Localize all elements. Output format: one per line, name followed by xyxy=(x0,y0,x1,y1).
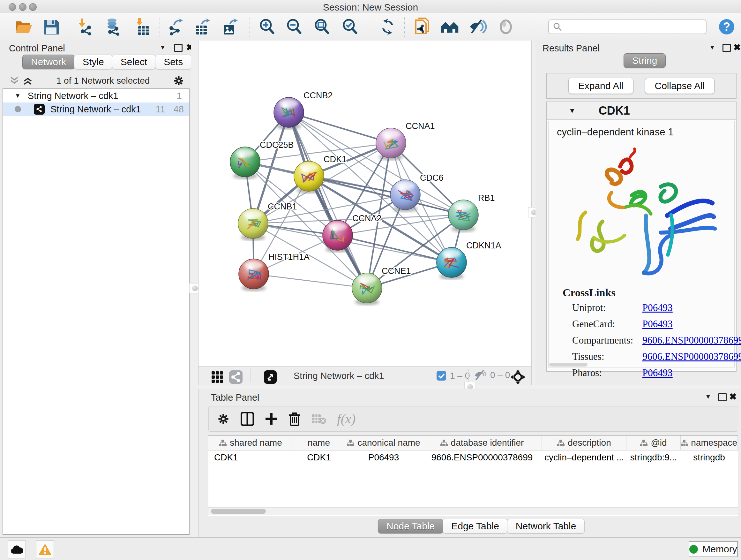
network-view-title: String Network – cdk1 xyxy=(293,371,384,381)
expand-collapse-bar: Expand All Collapse All xyxy=(546,73,737,99)
warnings-button[interactable] xyxy=(36,541,54,558)
collection-count: 1 xyxy=(177,91,182,101)
control-panel-menu-icon[interactable]: ▼ xyxy=(159,44,166,51)
network-graph[interactable]: CCNB2CCNA1CDC25BCDK1CDC6RB1CCNB1CCNA2CDK… xyxy=(199,41,531,366)
tab-sets[interactable]: Sets xyxy=(155,55,192,69)
column-header[interactable]: name xyxy=(293,435,345,450)
network-collection-row[interactable]: ▼ String Network – cdk1 1 xyxy=(3,89,189,103)
add-column-icon[interactable] xyxy=(265,413,278,425)
crosslink-uniprot[interactable]: P06493 xyxy=(643,302,741,314)
table-panel-float-icon[interactable] xyxy=(718,393,727,401)
table-cell[interactable]: stringdb xyxy=(681,450,738,464)
horizontal-splitter[interactable] xyxy=(198,385,741,388)
network-edge[interactable] xyxy=(254,274,367,288)
grid-mode-icon[interactable] xyxy=(208,368,226,386)
network-row-selected[interactable]: String Network – cdk1 11 48 xyxy=(3,103,189,116)
network-view-share-icon[interactable] xyxy=(226,368,245,386)
zoom-out-button[interactable] xyxy=(285,17,304,36)
results-panel-float-icon[interactable] xyxy=(723,44,731,52)
memory-button[interactable]: Memory xyxy=(689,541,738,557)
table-cell[interactable]: 9606.ENSP00000378699 xyxy=(422,450,542,464)
table-options-gear-icon[interactable] xyxy=(217,413,230,425)
crosslink-tissues[interactable]: 9606.ENSP00000378699 xyxy=(643,351,741,362)
results-scrollbar[interactable] xyxy=(549,363,588,367)
crosslink-genecard[interactable]: P06493 xyxy=(643,318,741,330)
save-session-button[interactable] xyxy=(42,17,61,36)
table-cell[interactable]: P06493 xyxy=(345,450,422,464)
collapse-all-icon[interactable] xyxy=(9,76,20,85)
results-panel-menu-icon[interactable]: ▼ xyxy=(709,44,716,51)
results-panel-close-icon[interactable]: ✖ xyxy=(733,43,741,52)
table-cell[interactable]: stringdb:9... xyxy=(626,450,681,464)
hidden-eye-icon[interactable] xyxy=(474,370,486,381)
collection-expand-icon[interactable]: ▼ xyxy=(15,92,21,99)
table-row[interactable]: CDK1CDK1P064939606.ENSP00000378699cyclin… xyxy=(208,450,738,464)
import-network-from-file-button[interactable] xyxy=(76,17,94,36)
tab-network-table[interactable]: Network Table xyxy=(507,519,585,534)
import-network-from-database-button[interactable] xyxy=(104,17,122,36)
zoom-in-button[interactable] xyxy=(258,17,276,36)
table-cell[interactable]: CDK1 xyxy=(208,450,293,464)
export-table-button[interactable] xyxy=(193,17,212,36)
export-network-button[interactable] xyxy=(166,17,185,36)
cloud-icon xyxy=(10,545,23,554)
table-hscrollbar-thumb[interactable] xyxy=(211,509,266,514)
column-header[interactable]: @id xyxy=(626,435,681,450)
expand-all-button[interactable]: Expand All xyxy=(568,78,633,94)
zoom-selected-button[interactable] xyxy=(341,17,359,36)
tab-network[interactable]: Network xyxy=(22,55,75,69)
open-session-button[interactable] xyxy=(15,17,33,36)
gene-collapse-icon[interactable]: ▼ xyxy=(569,107,576,115)
table-cell[interactable]: cyclin–dependent ... xyxy=(542,450,626,464)
node-table[interactable]: shared namenamecanonical namedatabase id… xyxy=(208,435,738,516)
control-panel: Control Panel ▼ ✖ Network Style Select S… xyxy=(0,41,191,537)
birdseye-navigator-icon[interactable] xyxy=(509,368,527,386)
selected-count-group: 1 – 0 xyxy=(436,371,470,381)
crosslink-pharos[interactable]: P06493 xyxy=(643,367,741,379)
expand-all-icon[interactable] xyxy=(22,76,33,85)
network-options-gear-icon[interactable] xyxy=(173,75,185,86)
network-edge-count: 48 xyxy=(174,104,184,115)
table-panel-menu-icon[interactable]: ▼ xyxy=(705,393,711,400)
tab-node-table[interactable]: Node Table xyxy=(378,519,443,534)
table-cell[interactable]: CDK1 xyxy=(293,450,345,464)
search-input[interactable] xyxy=(548,19,706,34)
gene-name: CDK1 xyxy=(599,104,630,118)
column-header[interactable]: shared name xyxy=(208,435,293,450)
help-button[interactable]: ? xyxy=(718,17,736,36)
hide-glass-effect-button[interactable] xyxy=(468,17,487,36)
zoom-fit-button[interactable] xyxy=(313,17,331,36)
network-document-button[interactable] xyxy=(413,17,431,36)
show-columns-icon[interactable] xyxy=(241,412,254,426)
network-edge[interactable] xyxy=(338,235,452,262)
control-panel-float-icon[interactable] xyxy=(174,44,183,52)
detach-view-icon[interactable] xyxy=(261,368,280,386)
import-table-from-file-button[interactable] xyxy=(133,17,152,36)
show-graphics-details-button[interactable] xyxy=(496,17,515,36)
table-hscrollbar[interactable] xyxy=(208,507,738,515)
tab-style[interactable]: Style xyxy=(74,55,113,69)
apply-layout-button[interactable] xyxy=(379,17,397,36)
crosslink-compartments[interactable]: 9606.ENSP00000378699 xyxy=(643,334,741,346)
column-header[interactable]: namespace xyxy=(681,435,738,450)
toolbar-separator xyxy=(250,17,250,37)
tab-edge-table[interactable]: Edge Table xyxy=(443,519,508,534)
tab-select[interactable]: Select xyxy=(112,55,156,69)
control-panel-title: Control Panel xyxy=(9,43,65,54)
delete-column-icon[interactable] xyxy=(288,412,300,426)
table-panel-close-icon[interactable]: ✖ xyxy=(729,392,737,401)
left-splitter[interactable] xyxy=(191,41,199,537)
gene-section-header[interactable]: ▼ CDK1 xyxy=(547,102,736,120)
collapse-all-button[interactable]: Collapse All xyxy=(645,78,715,94)
column-header[interactable]: canonical name xyxy=(345,435,422,450)
column-header[interactable]: database identifier xyxy=(422,435,542,450)
export-image-button[interactable] xyxy=(221,17,239,36)
selected-checkbox-icon[interactable] xyxy=(436,371,446,381)
network-edge[interactable] xyxy=(289,112,391,143)
network-canvas[interactable]: CCNB2CCNA1CDC25BCDK1CDC6RB1CCNB1CCNA2CDK… xyxy=(198,41,531,366)
search-icon xyxy=(553,22,562,32)
string-home-icon-button[interactable] xyxy=(441,17,459,36)
tab-string[interactable]: String xyxy=(623,53,666,68)
column-header[interactable]: description xyxy=(542,435,626,450)
cloud-status-button[interactable] xyxy=(8,541,26,558)
